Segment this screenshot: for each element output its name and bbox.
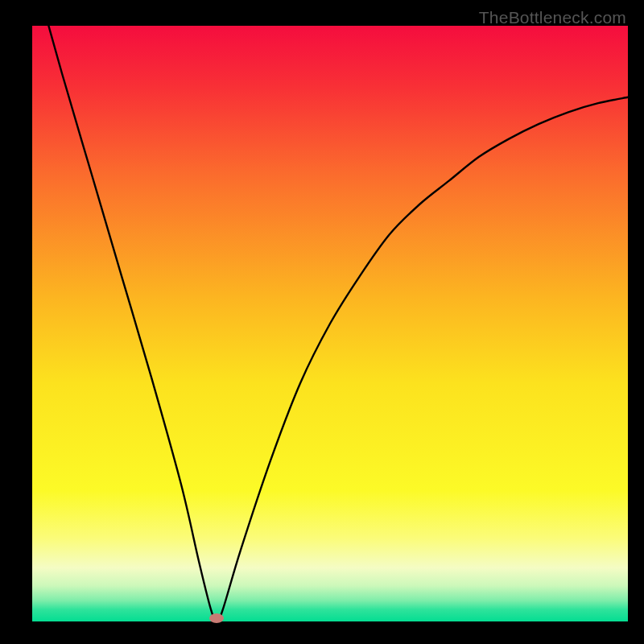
bottleneck-curve: [32, 0, 628, 621]
chart-frame: TheBottleneck.com: [8, 8, 636, 636]
optimum-marker: [209, 613, 224, 623]
curve-svg: [32, 26, 628, 621]
watermark-text: TheBottleneck.com: [479, 8, 626, 27]
plot-area: [32, 26, 628, 621]
